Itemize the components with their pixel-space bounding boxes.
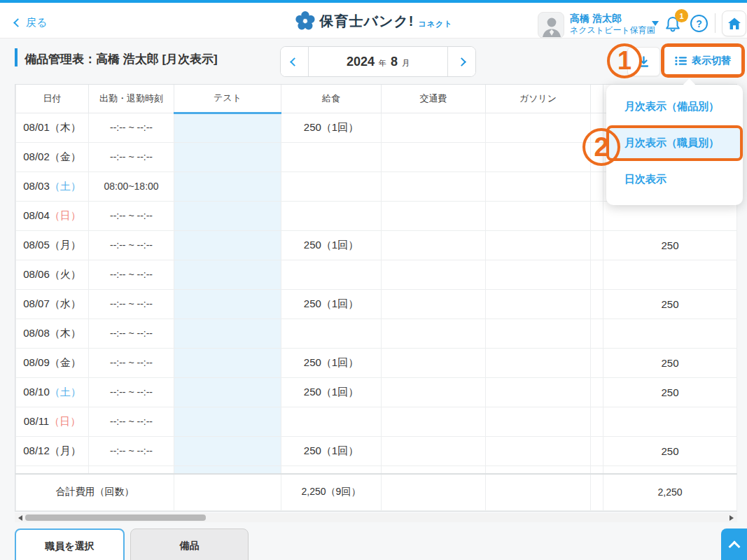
value-cell: [174, 142, 281, 172]
table-row: 08/04（日）--:-- ~ --:--: [16, 201, 737, 230]
view-switch-label: 表示切替: [692, 55, 731, 67]
annotation-box-step1: 表示切替: [661, 43, 745, 78]
person-icon: [538, 13, 564, 38]
app-root: 戻る 保育士バンク! コネクト 高橋 浩太郎 ネクストビー: [0, 0, 747, 560]
value-cell: 250: [603, 289, 737, 318]
value-cell: [174, 377, 281, 407]
table-row: 08/11（日）--:-- ~ --:--: [16, 407, 737, 436]
value-cell: [591, 230, 603, 260]
dropdown-item-1[interactable]: 月次表示（職員別）: [606, 125, 743, 161]
table-row: 08/10（土）--:-- ~ --:--250（1回）250: [16, 377, 737, 407]
help-button[interactable]: ?: [690, 15, 708, 32]
view-switch-dropdown: 月次表示（備品別）月次表示（職員別）日次表示: [606, 85, 743, 205]
chevron-left-icon: [13, 18, 22, 27]
value-cell: [174, 230, 281, 260]
month-unit: 月: [402, 55, 410, 69]
user-organization: ネクストビート保育園: [570, 24, 652, 36]
view-dropdown-list: 月次表示（備品別）月次表示（職員別）日次表示: [606, 88, 743, 198]
home-button[interactable]: [722, 10, 746, 36]
date-cell: 08/09（金）: [16, 348, 89, 377]
date-cell: 08/06（火）: [16, 260, 89, 289]
time-cell: --:-- ~ --:--: [89, 407, 174, 436]
avatar[interactable]: [538, 12, 564, 38]
view-switch-button[interactable]: 表示切替: [664, 47, 741, 74]
chevron-down-icon[interactable]: [652, 21, 659, 26]
logo-subtitle: コネクト: [419, 16, 453, 31]
current-month-display: 2024 年 8 月: [308, 47, 448, 76]
value-cell: [486, 289, 591, 318]
list-icon: [675, 55, 687, 66]
prev-month-button[interactable]: [281, 47, 308, 76]
value-cell: 250（1回）: [281, 436, 382, 465]
value-cell: [174, 201, 281, 230]
table-row: 08/09（金）--:-- ~ --:--250（1回）250: [16, 348, 737, 377]
time-cell: --:-- ~ --:--: [89, 377, 174, 407]
value-cell: 250: [603, 348, 737, 377]
date-cell: 08/10（土）: [16, 377, 89, 407]
table-row: 08/12（月）--:-- ~ --:--250（1回）250: [16, 436, 737, 465]
scroll-right-arrow-icon[interactable]: [729, 515, 734, 521]
back-label: 戻る: [26, 16, 47, 29]
scroll-to-top-button[interactable]: [721, 528, 747, 560]
value-cell: [382, 230, 486, 260]
page-title: 備品管理表：高橋 浩太郎 [月次表示]: [25, 51, 218, 67]
back-button[interactable]: 戻る: [15, 16, 47, 29]
value-cell: [591, 172, 603, 201]
value-cell: [486, 172, 591, 201]
value-cell: [174, 113, 281, 142]
value-cell: [591, 260, 603, 289]
value-cell: [281, 172, 382, 201]
time-cell: --:-- ~ --:--: [89, 230, 174, 260]
date-cell: 08/01（木）: [16, 113, 89, 142]
value-cell: 250（1回）: [281, 230, 382, 260]
time-cell: --:-- ~ --:--: [89, 142, 174, 172]
date-cell: 08/05（月）: [16, 230, 89, 260]
value-cell: [174, 465, 281, 474]
month-value: 8: [391, 55, 398, 69]
value-cell: [591, 377, 603, 407]
date-cell: 08/11（日）: [16, 407, 89, 436]
annotation-step-2: 2: [582, 128, 620, 166]
home-icon: [727, 16, 742, 31]
value-cell: [382, 289, 486, 318]
tab-equipment-label: 備品: [180, 540, 200, 560]
date-cell: 08/07（水）: [16, 289, 89, 318]
value-cell: 250（1回）: [281, 348, 382, 377]
user-name: 高橋 浩太郎: [570, 12, 652, 24]
app-bar: 戻る 保育士バンク! コネクト 高橋 浩太郎 ネクストビー: [0, 3, 747, 38]
column-header-3: 給食: [281, 85, 382, 113]
value-cell: [174, 436, 281, 465]
time-cell: --:-- ~ --:--: [89, 436, 174, 465]
total-value-cell: [382, 474, 486, 510]
value-cell: [591, 465, 603, 474]
user-menu[interactable]: 高橋 浩太郎 ネクストビート保育園: [570, 12, 652, 36]
date-cell: 08/02（金）: [16, 142, 89, 172]
tab-equipment[interactable]: 備品: [130, 528, 249, 560]
value-cell: [591, 318, 603, 348]
logo-title: 保育士バンク!: [319, 10, 414, 31]
value-cell: [486, 407, 591, 436]
tab-select-staff-label: 職員を選択: [45, 540, 94, 560]
dropdown-item-0[interactable]: 月次表示（備品別）: [606, 88, 743, 125]
tab-select-staff[interactable]: 職員を選択: [15, 528, 125, 560]
chevron-up-icon: [728, 541, 740, 553]
value-cell: [382, 436, 486, 465]
total-value-cell: 2,250: [603, 474, 737, 510]
value-cell: [486, 113, 591, 142]
value-cell: [603, 260, 737, 289]
scroll-left-arrow-icon[interactable]: [18, 515, 22, 521]
date-cell: 08/04（日）: [16, 201, 89, 230]
value-cell: [591, 436, 603, 465]
dropdown-item-2[interactable]: 日次表示: [606, 161, 743, 198]
value-cell: [174, 318, 281, 348]
value-cell: [486, 201, 591, 230]
app-logo[interactable]: 保育士バンク! コネクト: [294, 10, 452, 31]
date-cell: 08/03（土）: [16, 172, 89, 201]
scrollbar-thumb[interactable]: [25, 514, 206, 521]
next-month-button[interactable]: [448, 47, 475, 76]
total-value-cell: [486, 474, 591, 510]
table-row: 08/05（月）--:-- ~ --:--250（1回）250: [16, 230, 737, 260]
month-navigator: 2024 年 8 月: [280, 46, 476, 77]
horizontal-scrollbar[interactable]: [15, 513, 737, 522]
value-cell: [382, 407, 486, 436]
